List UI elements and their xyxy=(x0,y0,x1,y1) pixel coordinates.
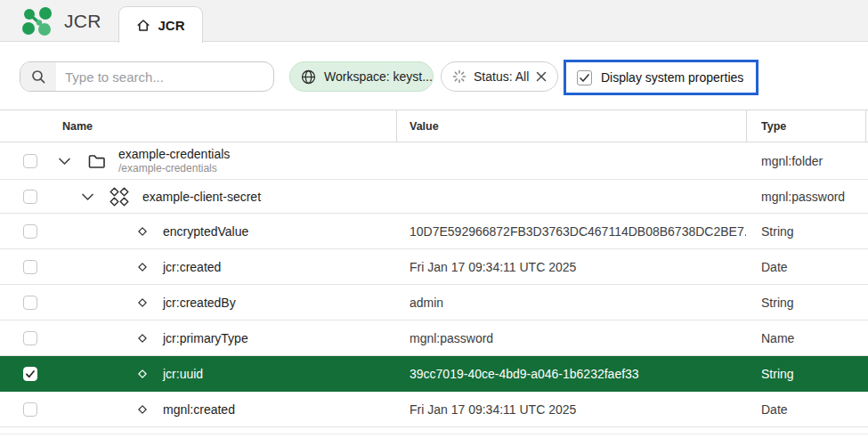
row-checkbox[interactable] xyxy=(23,402,37,417)
cell-value: mgnl:password xyxy=(396,320,746,355)
cell-value: 39cc7019-40ce-4bd9-a046-1b6232faef33 xyxy=(396,356,746,391)
cell-value: Fri Jan 17 09:34:11 UTC 2025 xyxy=(396,249,746,284)
table-row[interactable]: jcr:createdBy admin String xyxy=(0,285,868,320)
folder-icon xyxy=(87,152,106,169)
table-row[interactable]: jcr:primaryType mgnl:password Name xyxy=(0,320,868,356)
status-burst-icon xyxy=(452,69,466,84)
table-row[interactable]: jcr:created Fri Jan 17 09:34:11 UTC 2025… xyxy=(0,249,868,285)
property-name: encryptedValue xyxy=(163,224,248,239)
content-node-icon xyxy=(110,187,129,207)
property-diamond-icon xyxy=(138,405,147,414)
workspace-filter-chip[interactable]: Workspace: keyst... xyxy=(289,61,434,92)
table-row[interactable]: mgnl:created Fri Jan 17 09:34:11 UTC 202… xyxy=(0,392,868,427)
row-checkbox[interactable] xyxy=(23,154,37,168)
cell-value: Fri Jan 17 09:34:11 UTC 2025 xyxy=(396,392,746,426)
column-header-value[interactable]: Value xyxy=(410,120,439,133)
table-row[interactable]: example-credentials /example-credentials… xyxy=(0,142,868,180)
property-name: jcr:uuid xyxy=(163,367,203,381)
row-checkbox[interactable] xyxy=(23,367,37,381)
property-name: jcr:createdBy xyxy=(163,296,236,310)
app-title: JCR xyxy=(64,11,101,32)
search-box xyxy=(20,61,274,92)
column-divider xyxy=(746,110,747,142)
column-header-type[interactable]: Type xyxy=(761,120,786,133)
cell-type: String xyxy=(746,285,868,320)
cell-type: Name xyxy=(746,320,868,355)
node-name: example-credentials /example-credentials xyxy=(118,147,230,174)
cell-type: Date xyxy=(746,249,868,284)
table-body: example-credentials /example-credentials… xyxy=(0,142,868,427)
display-system-properties-checkbox[interactable] xyxy=(577,70,592,85)
node-name: example-client-secret xyxy=(142,190,261,204)
cell-value: admin xyxy=(396,285,746,320)
tab-label: JCR xyxy=(158,18,184,33)
cell-type: mgnl:password xyxy=(746,180,868,213)
display-system-properties-label: Display system properties xyxy=(601,70,743,85)
property-name: jcr:created xyxy=(163,260,221,274)
table-row[interactable]: encryptedValue 10D7E592966872FB3D3763DC4… xyxy=(0,214,868,249)
display-system-properties-toggle[interactable]: Display system properties xyxy=(564,60,758,95)
status-chip-label: Status: All xyxy=(474,69,529,84)
property-diamond-icon xyxy=(138,334,147,343)
row-checkbox[interactable] xyxy=(23,260,37,274)
column-header-name[interactable]: Name xyxy=(62,120,93,133)
column-divider xyxy=(396,110,397,142)
table-row-selected[interactable]: jcr:uuid 39cc7019-40ce-4bd9-a046-1b6232f… xyxy=(0,356,868,392)
cell-type: Date xyxy=(746,392,868,426)
property-diamond-icon xyxy=(138,369,147,378)
close-icon[interactable] xyxy=(536,71,547,82)
cell-type: mgnl:folder xyxy=(746,142,868,179)
table-header: Name Value Type xyxy=(0,110,868,142)
property-diamond-icon xyxy=(138,298,147,307)
cell-value xyxy=(396,180,746,213)
row-checkbox[interactable] xyxy=(23,331,37,345)
tab-jcr[interactable]: JCR xyxy=(118,6,203,43)
property-diamond-icon xyxy=(138,263,147,272)
search-icon xyxy=(20,62,56,91)
app-logo-icon xyxy=(21,7,55,36)
node-path: /example-credentials xyxy=(118,162,230,174)
column-divider xyxy=(865,110,866,142)
property-name: mgnl:created xyxy=(163,402,235,417)
property-diamond-icon xyxy=(138,227,147,236)
cell-value xyxy=(396,142,746,179)
table-row[interactable]: example-client-secret mgnl:password xyxy=(0,180,868,214)
workspace-chip-label: Workspace: keyst... xyxy=(324,69,433,84)
status-filter-chip[interactable]: Status: All xyxy=(441,61,558,92)
cell-value: 10D7E592966872FB3D3763DC467114DB08B6738D… xyxy=(396,214,746,248)
cell-type: String xyxy=(746,214,868,248)
row-checkbox[interactable] xyxy=(23,224,37,239)
next-row-edge xyxy=(0,434,868,434)
property-name: jcr:primaryType xyxy=(163,331,248,345)
globe-icon xyxy=(301,69,316,85)
home-icon xyxy=(136,19,150,32)
chevron-down-icon[interactable] xyxy=(59,158,70,165)
row-checkbox[interactable] xyxy=(23,296,37,310)
search-input[interactable] xyxy=(56,62,273,91)
app-brand: JCR xyxy=(21,7,101,36)
row-checkbox[interactable] xyxy=(23,190,37,204)
cell-type: String xyxy=(746,356,868,391)
chevron-down-icon[interactable] xyxy=(82,193,93,200)
